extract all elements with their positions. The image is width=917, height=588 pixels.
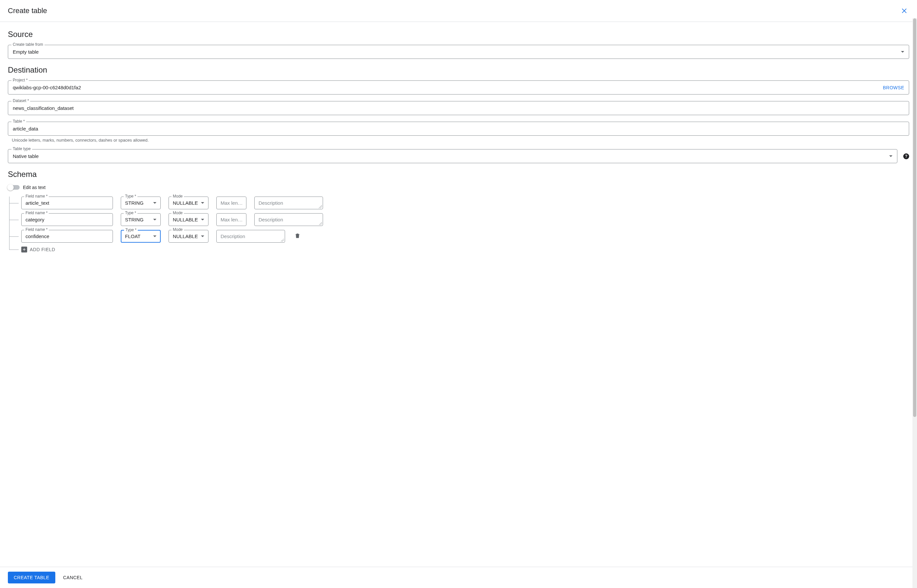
chevron-down-icon <box>201 202 204 204</box>
chevron-down-icon <box>201 219 204 220</box>
browse-button[interactable]: BROWSE <box>883 85 904 90</box>
scrollbar-thumb[interactable] <box>913 18 916 417</box>
field-description-input[interactable] <box>259 217 319 222</box>
field-name-input[interactable] <box>26 217 109 222</box>
edit-as-text-toggle[interactable] <box>8 185 19 190</box>
field-mode-select[interactable]: ModeNULLABLE <box>168 230 209 243</box>
schema-row: Field nameTypeSTRINGModeNULLABLE <box>10 213 909 226</box>
close-button[interactable] <box>899 6 909 16</box>
cancel-button[interactable]: CANCEL <box>63 575 83 580</box>
field-mode-value: NULLABLE <box>173 217 201 222</box>
field-mode-value: NULLABLE <box>173 200 201 206</box>
project-value: qwiklabs-gcp-00-c6248d0d1fa2 <box>13 85 879 90</box>
modal-body: Source Create table from Empty table Des… <box>0 22 917 567</box>
field-type-select[interactable]: TypeSTRING <box>121 197 161 209</box>
field-description-input-wrap[interactable] <box>254 213 323 226</box>
field-mode-value: NULLABLE <box>173 234 201 239</box>
source-header: Source <box>8 30 909 39</box>
add-field-label: ADD FIELD <box>30 247 55 252</box>
field-type-select[interactable]: TypeSTRING <box>121 213 161 226</box>
create-table-modal: Create table Source Create table from Em… <box>0 0 917 588</box>
field-name-input[interactable] <box>26 234 109 239</box>
field-maxlen-input-wrap[interactable] <box>216 197 246 209</box>
field-type-label: Type <box>124 211 138 215</box>
field-name-input-wrap[interactable]: Field name <box>21 197 113 209</box>
table-type-value: Native table <box>13 153 885 159</box>
trash-icon <box>294 233 301 239</box>
chevron-down-icon <box>889 155 893 157</box>
table-type-label: Table type <box>11 147 32 151</box>
field-description-input-wrap[interactable] <box>216 230 285 243</box>
field-type-select[interactable]: TypeFLOAT <box>121 230 161 243</box>
table-hint: Unicode letters, marks, numbers, connect… <box>8 138 909 142</box>
chevron-down-icon <box>201 236 204 237</box>
edit-as-text-label: Edit as text <box>23 185 45 190</box>
schema-row: Field nameTypeFLOATModeNULLABLE <box>10 230 909 243</box>
field-mode-label: Mode <box>172 227 184 232</box>
field-name-input[interactable] <box>26 200 109 206</box>
scrollbar[interactable] <box>912 18 917 588</box>
plus-icon: + <box>21 247 27 252</box>
field-maxlen-input[interactable] <box>220 217 242 222</box>
chevron-down-icon <box>153 236 156 237</box>
destination-header: Destination <box>8 65 909 74</box>
chevron-down-icon <box>153 219 156 220</box>
modal-header: Create table <box>0 0 917 22</box>
dataset-field[interactable]: Dataset news_classification_dataset <box>8 101 909 115</box>
project-label: Project <box>11 78 29 82</box>
modal-title: Create table <box>8 6 47 15</box>
field-maxlen-input-wrap[interactable] <box>216 213 246 226</box>
close-icon <box>901 7 908 15</box>
help-icon[interactable]: ? <box>903 153 909 159</box>
edit-as-text-row: Edit as text <box>8 185 909 190</box>
field-mode-select[interactable]: ModeNULLABLE <box>168 213 209 226</box>
field-type-value: FLOAT <box>125 234 153 239</box>
field-type-label: Type <box>124 194 138 199</box>
field-description-input[interactable] <box>220 234 281 239</box>
create-table-from-value: Empty table <box>13 49 897 55</box>
field-mode-select[interactable]: ModeNULLABLE <box>168 197 209 209</box>
field-type-value: STRING <box>125 200 153 206</box>
schema-row: Field nameTypeSTRINGModeNULLABLE <box>10 197 909 209</box>
field-maxlen-input[interactable] <box>220 200 242 206</box>
field-description-input-wrap[interactable] <box>254 197 323 209</box>
schema-fields: Field nameTypeSTRINGModeNULLABLEField na… <box>8 197 909 252</box>
add-field-button[interactable]: +ADD FIELD <box>10 247 909 252</box>
field-name-label: Field name <box>24 227 49 232</box>
modal-footer: CREATE TABLE CANCEL <box>0 567 917 588</box>
create-table-from-label: Create table from <box>11 42 44 47</box>
create-table-from-select[interactable]: Create table from Empty table <box>8 45 909 59</box>
field-name-label: Field name <box>24 211 49 215</box>
dataset-label: Dataset <box>11 99 30 103</box>
chevron-down-icon <box>153 202 156 204</box>
table-type-select[interactable]: Table type Native table <box>8 149 898 163</box>
field-mode-label: Mode <box>172 194 184 199</box>
chevron-down-icon <box>901 51 904 53</box>
resize-handle-icon[interactable] <box>319 222 322 225</box>
field-name-input-wrap[interactable]: Field name <box>21 213 113 226</box>
field-name-label: Field name <box>24 194 49 199</box>
create-table-button[interactable]: CREATE TABLE <box>8 572 55 583</box>
field-name-input-wrap[interactable]: Field name <box>21 230 113 243</box>
schema-header: Schema <box>8 170 909 179</box>
project-field[interactable]: Project qwiklabs-gcp-00-c6248d0d1fa2 BRO… <box>8 81 909 95</box>
table-field[interactable]: Table <box>8 122 909 136</box>
dataset-value: news_classification_dataset <box>13 105 904 111</box>
resize-handle-icon[interactable] <box>281 238 284 242</box>
delete-field-button[interactable] <box>293 231 302 241</box>
field-type-label: Type <box>124 228 138 232</box>
field-mode-label: Mode <box>172 211 184 215</box>
table-input[interactable] <box>13 126 904 131</box>
field-type-value: STRING <box>125 217 153 222</box>
table-label: Table <box>11 119 26 124</box>
field-description-input[interactable] <box>259 200 319 206</box>
resize-handle-icon[interactable] <box>319 205 322 208</box>
